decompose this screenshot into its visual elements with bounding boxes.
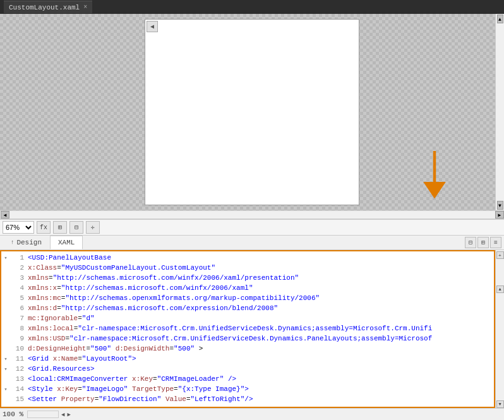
line-content[interactable]: <Grid x:Name="LayoutRoot"> — [28, 355, 494, 363]
svg-marker-1 — [423, 182, 446, 199]
line-content[interactable]: x:Class="MyUSDCustomPanelLayout.CustomLa… — [28, 264, 494, 272]
xml-line: 3xmlns="http://schemas.microsoft.com/win… — [1, 274, 494, 284]
zoom-select[interactable]: 67% — [3, 221, 34, 234]
grid-icon: ⊞ — [58, 224, 62, 231]
line-content[interactable]: xmlns:x="http://schemas.microsoft.com/wi… — [28, 284, 494, 292]
tab-xaml[interactable]: XAML — [50, 236, 83, 249]
xml-main: ▾1<USD:PanelLayoutBase2x:Class="MyUSDCus… — [0, 250, 504, 408]
line-number: 3 — [10, 274, 28, 282]
line-number: 12 — [10, 365, 28, 373]
line-content[interactable]: <USD:PanelLayoutBase — [28, 254, 494, 261]
scroll-up-btn[interactable]: ▲ — [497, 15, 503, 23]
expand-pane-btn[interactable]: ⊟ — [465, 237, 476, 248]
scroll-down-btn[interactable]: ▼ — [497, 201, 503, 210]
xml-line: 15 <Setter Property="FlowDirection" Valu… — [1, 395, 494, 405]
line-number: 11 — [10, 355, 28, 363]
xml-line: 9xmlns:USD="clr-namespace:Microsoft.Crm.… — [1, 335, 494, 345]
xml-content: ▾1<USD:PanelLayoutBase2x:Class="MyUSDCus… — [1, 251, 494, 407]
xml-line: 2x:Class="MyUSDCustomPanelLayout.CustomL… — [1, 264, 494, 274]
collapse-pane-btn[interactable]: ≡ — [490, 237, 501, 248]
line-number: 6 — [10, 304, 28, 312]
formula-btn[interactable]: fx — [37, 221, 51, 234]
grid2-icon: ⊟ — [75, 224, 78, 231]
line-number: 5 — [10, 294, 28, 302]
formula-icon: fx — [40, 224, 47, 231]
xml-line: 8xmlns:local="clr-namespace:Microsoft.Cr… — [1, 325, 494, 335]
xml-line: ▾11 <Grid x:Name="LayoutRoot"> — [1, 355, 494, 365]
view-tabs-right: ⊟ ⊞ ≡ — [465, 237, 501, 248]
line-content[interactable]: xmlns:USD="clr-namespace:Microsoft.Crm.U… — [28, 335, 494, 342]
collapse-panel-btn[interactable]: ◀ — [147, 21, 158, 32]
xml-line: ▾14 <Style x:Key="ImageLogo" TargetType=… — [1, 385, 494, 395]
title-bar: CustomLayout.xaml × — [0, 0, 504, 14]
scroll-left-btn[interactable]: ◀ — [1, 211, 9, 219]
line-number: 1 — [10, 254, 28, 261]
split-pane-btn[interactable]: ⊞ — [477, 237, 489, 248]
status-left-btn[interactable]: ◀ — [61, 411, 64, 418]
xml-line: 5xmlns:mc="http://schemas.openxmlformats… — [1, 294, 494, 304]
line-content[interactable]: xmlns="http://schemas.microsoft.com/winf… — [28, 274, 494, 282]
line-content[interactable]: mc:Ignorable="d" — [28, 315, 494, 322]
line-content[interactable]: <Style x:Key="ImageLogo" TargetType="{x:… — [28, 385, 494, 393]
xml-editor[interactable]: ▾1<USD:PanelLayoutBase2x:Class="MyUSDCus… — [0, 250, 495, 408]
tab-close-icon[interactable]: × — [83, 4, 87, 11]
line-number: 9 — [10, 335, 28, 342]
line-number: 14 — [10, 385, 28, 393]
editor-right-tools: + ▲ ▼ — [495, 250, 504, 408]
xml-line: 7mc:Ignorable="d" — [1, 315, 494, 325]
tab-design[interactable]: ↑ Design — [3, 236, 50, 249]
line-number: 2 — [10, 264, 28, 272]
expand-collapse-indicator[interactable]: ▾ — [1, 366, 10, 373]
down-arrow-btn[interactable]: ▼ — [496, 400, 504, 408]
design-vscrollbar[interactable]: ▲ ▼ — [495, 14, 504, 210]
canvas-frame: ◀ — [145, 19, 359, 205]
arrow-indicator — [416, 151, 453, 204]
scroll-right-btn[interactable]: ▶ — [495, 211, 504, 219]
toolbar-strip: 67% fx ⊞ ⊟ ✛ — [0, 219, 504, 236]
status-zoom: 100 % — [3, 411, 23, 418]
line-number: 4 — [10, 284, 28, 292]
design-tab-up-icon: ↑ — [11, 239, 14, 246]
line-number: 7 — [10, 315, 28, 322]
view-tabs: ↑ Design XAML ⊟ ⊞ ≡ — [0, 236, 504, 250]
line-content[interactable]: <Grid.Resources> — [28, 365, 494, 373]
line-number: 13 — [10, 375, 28, 383]
xml-line: 6xmlns:d="http://schemas.microsoft.com/e… — [1, 304, 494, 315]
xml-line: 10d:DesignHeight="500" d:DesignWidth="50… — [1, 345, 494, 355]
main-wrapper: ◀ ▲ ▼ ◀ ▶ 67% fx ⊞ ⊟ — [0, 14, 504, 420]
line-number: 10 — [10, 345, 28, 352]
line-content[interactable]: <local:CRMImageConverter x:Key="CRMImage… — [28, 375, 494, 383]
expand-collapse-indicator[interactable]: ▾ — [1, 386, 10, 393]
line-number: 15 — [10, 395, 28, 403]
expand-collapse-indicator[interactable]: ▾ — [1, 255, 10, 261]
design-hscrollbar[interactable]: ◀ ▶ — [0, 210, 504, 219]
line-content[interactable]: xmlns:d="http://schemas.microsoft.com/ex… — [28, 304, 494, 312]
grid-btn[interactable]: ⊞ — [53, 221, 67, 234]
line-content[interactable]: d:DesignHeight="500" d:DesignWidth="500"… — [28, 345, 494, 352]
xaml-tab-label: XAML — [58, 239, 75, 246]
file-tab[interactable]: CustomLayout.xaml × — [4, 1, 92, 13]
status-bar: 100 % ◀ ▶ — [0, 408, 504, 420]
up-arrow-btn[interactable]: ▲ — [496, 285, 504, 293]
design-area: ◀ ▲ ▼ — [0, 14, 504, 210]
plus-btn[interactable]: + — [496, 251, 504, 259]
tab-label: CustomLayout.xaml — [9, 4, 80, 11]
line-content[interactable]: xmlns:mc="http://schemas.openxmlformats.… — [28, 294, 494, 302]
grid2-btn[interactable]: ⊟ — [69, 221, 83, 234]
xml-section: ▾1<USD:PanelLayoutBase2x:Class="MyUSDCus… — [0, 250, 504, 408]
line-content[interactable]: <Setter Property="FlowDirection" Value="… — [28, 395, 494, 403]
line-content[interactable]: xmlns:local="clr-namespace:Microsoft.Crm… — [28, 325, 494, 332]
cursor-icon: ✛ — [91, 224, 95, 231]
design-tab-label: Design — [16, 239, 42, 246]
xml-line: 4xmlns:x="http://schemas.microsoft.com/w… — [1, 284, 494, 294]
status-scrollbar[interactable] — [27, 411, 59, 418]
status-right-btn[interactable]: ▶ — [67, 411, 70, 418]
expand-collapse-indicator[interactable]: ▾ — [1, 356, 10, 363]
xml-line: 13 <local:CRMImageConverter x:Key="CRMIm… — [1, 375, 494, 385]
xml-line: ▾1<USD:PanelLayoutBase — [1, 254, 494, 264]
cursor-btn[interactable]: ✛ — [86, 221, 100, 234]
line-number: 8 — [10, 325, 28, 332]
xml-line: ▾12 <Grid.Resources> — [1, 365, 494, 375]
